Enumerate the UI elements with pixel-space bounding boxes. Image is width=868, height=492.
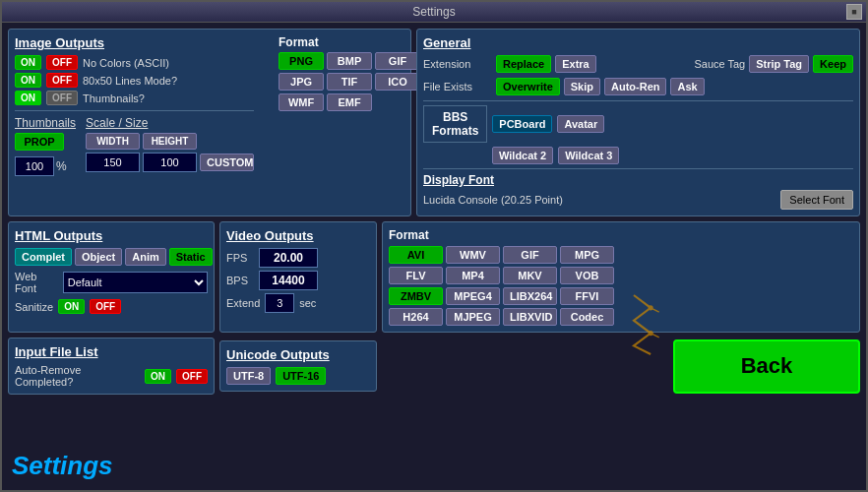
close-button[interactable]: ■ <box>846 4 862 20</box>
skip-btn[interactable]: Skip <box>564 78 600 95</box>
object-btn[interactable]: Object <box>75 248 122 266</box>
anim-btn[interactable]: Anim <box>125 248 166 266</box>
mkv-btn[interactable]: MKV <box>503 267 557 284</box>
bps-label: BPS <box>226 275 254 286</box>
unicode-outputs-panel: Unicode Outputs UTF-8 UTF-16 <box>219 340 377 392</box>
libxvid-btn[interactable]: LIBXVID <box>503 308 557 326</box>
input-file-list-panel: Input File List Auto-Remove Completed? O… <box>8 338 215 395</box>
static-btn[interactable]: Static <box>169 248 213 266</box>
video-format-title: Format <box>389 228 853 242</box>
extension-label: Extension <box>423 58 492 70</box>
image-outputs-panel: Image Outputs ON OFF No Colors (ASCII) O… <box>8 29 411 216</box>
png-btn[interactable]: PNG <box>279 52 324 70</box>
flv-btn[interactable]: FLV <box>389 267 443 284</box>
input-list-off-btn[interactable]: OFF <box>176 369 208 384</box>
keep-btn[interactable]: Keep <box>813 55 853 73</box>
image-outputs-title: Image Outputs <box>15 35 254 50</box>
file-exists-label: File Exists <box>423 81 492 92</box>
prop-btn[interactable]: PROP <box>15 133 64 151</box>
gif-btn[interactable]: GIF <box>375 52 420 70</box>
mpg-btn[interactable]: MPG <box>560 246 614 264</box>
thumbnails-section-title: Thumbnails <box>15 116 76 130</box>
scale-size-title: Scale / Size <box>86 116 254 130</box>
no-colors-on-btn[interactable]: ON <box>15 55 41 70</box>
wmf-btn[interactable]: WMF <box>279 93 324 111</box>
display-font-title: Display Font <box>423 173 853 187</box>
svg-point-0 <box>649 305 653 310</box>
unicode-outputs-title: Unicode Outputs <box>226 347 370 362</box>
sanitize-off-btn[interactable]: OFF <box>90 299 121 314</box>
ask-btn[interactable]: Ask <box>670 78 704 95</box>
sec-label: sec <box>299 297 316 309</box>
mjpeg-btn[interactable]: MJPEG <box>446 308 500 326</box>
sanitize-label: Sanitize <box>15 301 53 313</box>
html-outputs-title: HTML Outputs <box>15 228 208 243</box>
video-outputs-title: Video Outputs <box>226 228 370 243</box>
settings-page-label: Settings <box>12 451 113 481</box>
pcboard-btn[interactable]: PCBoard <box>492 115 552 133</box>
zmbv-btn[interactable]: ZMBV <box>389 287 443 305</box>
mp4-btn[interactable]: MP4 <box>446 267 500 284</box>
no-colors-off-btn[interactable]: OFF <box>46 55 78 70</box>
percent-input[interactable] <box>15 156 54 176</box>
svg-point-1 <box>649 331 653 336</box>
auto-ren-btn[interactable]: Auto-Ren <box>604 78 667 95</box>
fps-input[interactable] <box>259 248 318 268</box>
general-panel: General Extension Replace Extra Sauce Ta… <box>416 29 860 216</box>
utf8-btn[interactable]: UTF-8 <box>226 367 271 385</box>
utf16-btn[interactable]: UTF-16 <box>276 367 326 385</box>
avatar-btn[interactable]: Avatar <box>557 115 604 133</box>
decoration-squiggle <box>604 280 663 369</box>
no-colors-label: No Colors (ASCII) <box>83 57 169 69</box>
jpg-btn[interactable]: JPG <box>279 73 324 91</box>
wmv-btn[interactable]: WMV <box>446 246 500 264</box>
input-list-on-btn[interactable]: ON <box>145 369 171 384</box>
tif-btn[interactable]: TIF <box>327 73 372 91</box>
thumbnails-on-btn[interactable]: ON <box>15 91 41 105</box>
lines-off-btn[interactable]: OFF <box>46 73 78 88</box>
sanitize-on-btn[interactable]: ON <box>58 299 85 314</box>
sauce-tag-label: Sauce Tag <box>676 58 745 70</box>
web-font-label: Web Font <box>15 271 58 294</box>
avi-btn[interactable]: AVI <box>389 246 443 264</box>
height-btn[interactable]: HEIGHT <box>143 133 197 150</box>
libx264-btn[interactable]: LIBX264 <box>503 287 557 305</box>
back-button[interactable]: Back <box>673 339 860 394</box>
height-input[interactable] <box>143 153 197 172</box>
fps-label: FPS <box>226 252 254 264</box>
html-outputs-panel: HTML Outputs Complet Object Anim Static … <box>8 221 215 333</box>
select-font-btn[interactable]: Select Font <box>780 190 853 210</box>
replace-btn[interactable]: Replace <box>496 55 551 73</box>
gif-vf-btn[interactable]: GIF <box>503 246 557 264</box>
general-title: General <box>423 35 853 50</box>
overwrite-btn[interactable]: Overwrite <box>496 78 560 95</box>
h264-btn[interactable]: H264 <box>389 308 443 326</box>
strip-tag-btn[interactable]: Strip Tag <box>749 55 809 73</box>
extend-label: Extend <box>226 297 260 309</box>
wildcat2-btn[interactable]: Wildcat 2 <box>492 147 553 164</box>
bmp-btn[interactable]: BMP <box>327 52 372 70</box>
title-bar: Settings ■ <box>2 2 866 23</box>
thumbnails-off-btn[interactable]: OFF <box>46 91 78 105</box>
bbs-formats-title: BBSFormats <box>423 105 487 143</box>
extra-btn[interactable]: Extra <box>555 55 596 73</box>
lines-label: 80x50 Lines Mode? <box>83 75 177 87</box>
input-file-list-title: Input File List <box>15 344 208 359</box>
bps-input[interactable] <box>259 271 318 290</box>
custom-btn[interactable]: CUSTOM <box>200 154 254 171</box>
wildcat3-btn[interactable]: Wildcat 3 <box>558 147 619 164</box>
complet-btn[interactable]: Complet <box>15 248 72 266</box>
format-title: Format <box>279 35 420 49</box>
font-info: Lucida Console (20.25 Point) <box>423 194 563 206</box>
width-btn[interactable]: WIDTH <box>86 133 140 150</box>
web-font-select[interactable]: Default <box>63 272 208 293</box>
extend-input[interactable] <box>265 293 294 313</box>
auto-remove-label: Auto-Remove Completed? <box>15 364 140 388</box>
emf-btn[interactable]: EMF <box>327 93 372 111</box>
ico-btn[interactable]: ICO <box>375 73 420 91</box>
mpeg4-btn[interactable]: MPEG4 <box>446 287 500 305</box>
width-input[interactable] <box>86 153 140 172</box>
window-title: Settings <box>412 5 455 19</box>
lines-on-btn[interactable]: ON <box>15 73 41 88</box>
settings-window: Settings ■ Image Outputs ON OFF No Color… <box>0 0 868 492</box>
